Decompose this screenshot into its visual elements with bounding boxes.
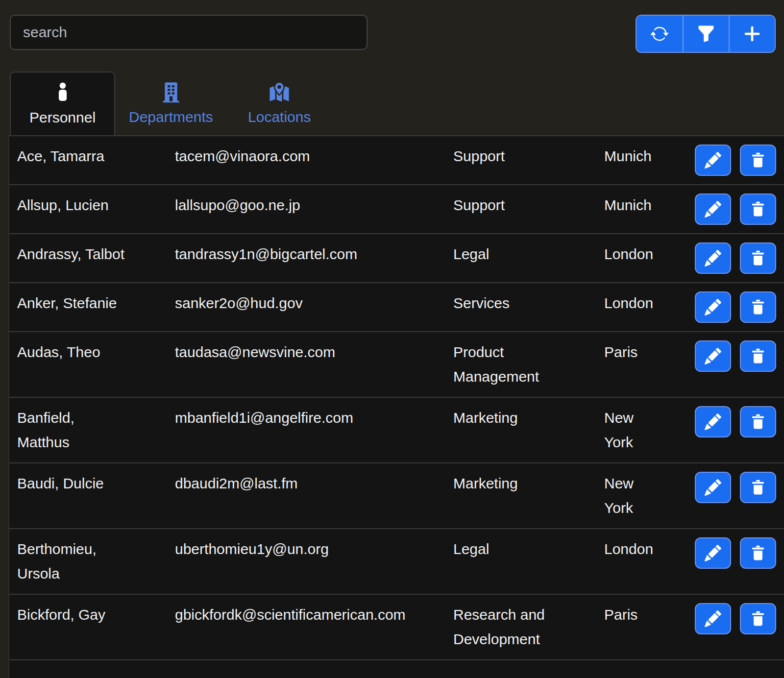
edit-button[interactable]: [695, 145, 731, 176]
person-email: gbickfordk@scientificamerican.com: [167, 595, 445, 659]
trash-icon: [750, 348, 766, 364]
person-email: uberthomieu1y@un.org: [167, 529, 445, 594]
person-name: Baudi, Dulcie: [9, 463, 167, 528]
filter-button[interactable]: [683, 16, 729, 52]
tab-label: Personnel: [29, 109, 96, 126]
edit-button[interactable]: [695, 340, 731, 372]
person-department: Support: [445, 136, 596, 184]
trash-icon: [750, 545, 766, 561]
tab-locations[interactable]: Locations: [227, 72, 332, 135]
delete-button[interactable]: [740, 194, 776, 225]
delete-button[interactable]: [740, 603, 776, 634]
trash-icon: [750, 610, 766, 627]
refresh-icon: [650, 24, 669, 43]
pencil-icon: [705, 152, 721, 169]
person-email: taudasa@newsvine.com: [167, 332, 445, 397]
row-actions: [681, 283, 784, 331]
delete-button[interactable]: [740, 340, 776, 372]
person-department: Marketing: [445, 463, 596, 528]
person-department: Legal: [445, 529, 596, 594]
table-row: Audas, Theo taudasa@newsvine.com Product…: [9, 332, 784, 398]
table-row: Ace, Tamarra tacem@vinaora.com Support M…: [9, 136, 784, 185]
person-email: lallsupo@goo.ne.jp: [167, 185, 445, 233]
table-row: Allsup, Lucien lallsupo@goo.ne.jp Suppor…: [9, 185, 784, 234]
person-email: tacem@vinaora.com: [167, 136, 445, 184]
filter-icon: [697, 24, 715, 43]
person-email: mbanfield1i@angelfire.com: [167, 398, 445, 462]
person-name: Audas, Theo: [9, 332, 167, 397]
person-location: New York: [596, 398, 681, 462]
tab-label: Locations: [248, 109, 311, 125]
map-icon: [268, 81, 291, 104]
person-name: Allsup, Lucien: [9, 185, 167, 233]
tab-personnel[interactable]: Personnel: [10, 72, 115, 135]
add-button[interactable]: [729, 16, 775, 52]
table-row: Anker, Stefanie sanker2o@hud.gov Service…: [9, 283, 784, 332]
row-actions: [681, 529, 784, 594]
table-row: Andrassy, Talbot tandrassy1n@bigcartel.c…: [9, 234, 784, 283]
delete-button[interactable]: [740, 406, 776, 437]
delete-button[interactable]: [740, 242, 776, 274]
person-icon: [51, 82, 74, 104]
pencil-icon: [705, 201, 721, 218]
person-name: Andrassy, Talbot: [9, 234, 167, 282]
table-row: Baudi, Dulcie dbaudi2m@last.fm Marketing…: [9, 463, 784, 529]
tab-departments[interactable]: Departments: [115, 72, 227, 135]
person-department: Research and Development: [445, 595, 596, 659]
refresh-button[interactable]: [637, 16, 683, 52]
person-location: London: [596, 529, 681, 594]
table-row: Banfield, Matthus mbanfield1i@angelfire.…: [9, 398, 784, 463]
pencil-icon: [705, 348, 721, 364]
person-department: Marketing: [445, 398, 596, 462]
personnel-table: Ace, Tamarra tacem@vinaora.com Support M…: [8, 135, 784, 678]
trash-icon: [750, 413, 766, 430]
edit-button[interactable]: [695, 603, 731, 634]
person-email: sanker2o@hud.gov: [167, 283, 445, 331]
trash-icon: [750, 250, 766, 266]
person-email: dbaudi2m@last.fm: [167, 463, 445, 528]
personnel-table-body: Ace, Tamarra tacem@vinaora.com Support M…: [9, 136, 784, 660]
row-actions: [681, 398, 784, 462]
pencil-icon: [705, 299, 721, 315]
person-location: New York: [596, 463, 681, 528]
person-department: Legal: [445, 234, 596, 282]
person-name: Ace, Tamarra: [9, 136, 167, 184]
delete-button[interactable]: [740, 291, 776, 323]
pencil-icon: [705, 479, 721, 496]
row-actions: [681, 185, 784, 233]
person-location: Munich: [596, 136, 681, 184]
person-department: Support: [445, 185, 596, 233]
search-input[interactable]: [10, 15, 368, 50]
edit-button[interactable]: [695, 406, 731, 437]
table-row: Berthomieu, Ursola uberthomieu1y@un.org …: [9, 529, 784, 595]
trash-icon: [750, 201, 766, 218]
trash-icon: [750, 299, 766, 315]
edit-button[interactable]: [695, 472, 731, 503]
person-location: Paris: [596, 595, 681, 659]
trash-icon: [750, 479, 766, 496]
person-name: Bickford, Gay: [9, 595, 167, 659]
person-name: Banfield, Matthus: [9, 398, 167, 462]
person-location: London: [596, 234, 681, 282]
partial-next-row: [9, 660, 784, 678]
edit-button[interactable]: [695, 291, 731, 323]
person-name: Berthomieu, Ursola: [9, 529, 167, 594]
person-email: tandrassy1n@bigcartel.com: [167, 234, 445, 282]
edit-button[interactable]: [695, 194, 731, 225]
delete-button[interactable]: [740, 472, 776, 503]
trash-icon: [750, 152, 766, 169]
pencil-icon: [705, 413, 721, 430]
person-department: Product Management: [445, 332, 596, 397]
person-location: Munich: [596, 185, 681, 233]
row-actions: [681, 234, 784, 282]
edit-button[interactable]: [695, 537, 731, 569]
toolbar: [636, 15, 776, 53]
building-icon: [160, 81, 182, 104]
pencil-icon: [705, 610, 721, 627]
person-location: Paris: [596, 332, 681, 397]
delete-button[interactable]: [740, 537, 776, 569]
tab-bar: Personnel Departments Locations: [10, 72, 784, 135]
person-department: Services: [445, 283, 596, 331]
edit-button[interactable]: [695, 242, 731, 274]
delete-button[interactable]: [740, 145, 776, 176]
